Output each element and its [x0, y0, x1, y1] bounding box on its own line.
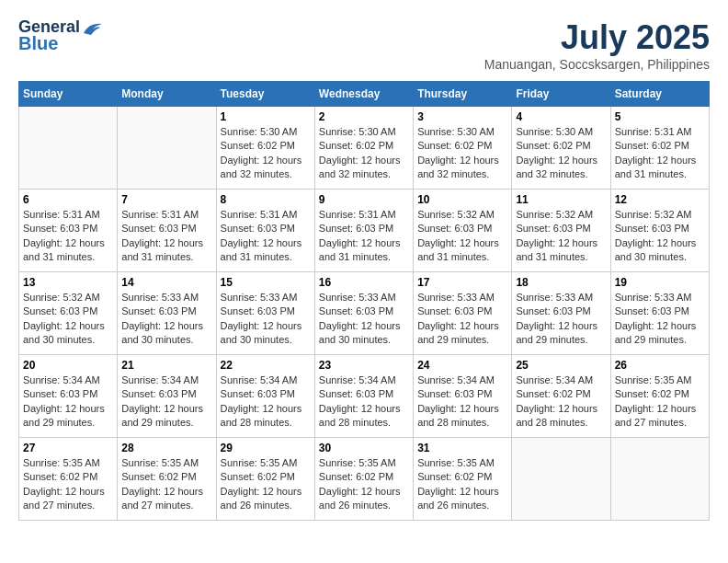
day-number: 21 — [121, 359, 211, 372]
day-number: 12 — [615, 193, 705, 206]
day-number: 20 — [23, 359, 113, 372]
day-info: Sunrise: 5:33 AMSunset: 6:03 PMDaylight:… — [615, 291, 705, 348]
day-info: Sunrise: 5:31 AMSunset: 6:03 PMDaylight:… — [23, 208, 113, 265]
day-number: 14 — [121, 276, 211, 289]
daylight-info: Daylight: 12 hours and 32 minutes. — [516, 154, 606, 182]
calendar-cell: 25Sunrise: 5:34 AMSunset: 6:02 PMDayligh… — [512, 355, 610, 438]
weekday-header: Friday — [512, 82, 610, 107]
calendar-cell: 22Sunrise: 5:34 AMSunset: 6:03 PMDayligh… — [216, 355, 314, 438]
daylight-info: Daylight: 12 hours and 27 minutes. — [23, 485, 113, 513]
day-info: Sunrise: 5:34 AMSunset: 6:03 PMDaylight:… — [319, 373, 409, 431]
day-number: 11 — [516, 193, 606, 206]
logo: General Blue — [18, 18, 102, 53]
week-row: 6Sunrise: 5:31 AMSunset: 6:03 PMDaylight… — [19, 190, 710, 272]
daylight-info: Daylight: 12 hours and 28 minutes. — [516, 402, 606, 431]
sunrise-info: Sunrise: 5:31 AM — [615, 125, 705, 139]
sunrise-info: Sunrise: 5:30 AM — [417, 125, 507, 139]
calendar-table: SundayMondayTuesdayWednesdayThursdayFrid… — [18, 81, 710, 521]
sunset-info: Sunset: 6:02 PM — [319, 470, 409, 484]
sunset-info: Sunset: 6:03 PM — [221, 304, 311, 318]
daylight-info: Daylight: 12 hours and 32 minutes. — [221, 154, 311, 182]
day-info: Sunrise: 5:35 AMSunset: 6:02 PMDaylight:… — [417, 456, 507, 513]
week-row: 1Sunrise: 5:30 AMSunset: 6:02 PMDaylight… — [19, 107, 710, 190]
daylight-info: Daylight: 12 hours and 31 minutes. — [23, 236, 113, 265]
sunset-info: Sunset: 6:03 PM — [23, 304, 113, 318]
calendar-cell: 1Sunrise: 5:30 AMSunset: 6:02 PMDaylight… — [216, 107, 314, 190]
day-info: Sunrise: 5:30 AMSunset: 6:02 PMDaylight:… — [417, 125, 507, 182]
daylight-info: Daylight: 12 hours and 29 minutes. — [417, 319, 507, 348]
weekday-header: Thursday — [414, 82, 512, 107]
sunrise-info: Sunrise: 5:34 AM — [417, 373, 507, 387]
sunset-info: Sunset: 6:03 PM — [319, 387, 409, 401]
calendar-cell: 11Sunrise: 5:32 AMSunset: 6:03 PMDayligh… — [512, 190, 610, 272]
weekday-header: Tuesday — [216, 82, 314, 107]
day-number: 4 — [516, 110, 606, 123]
sunrise-info: Sunrise: 5:32 AM — [615, 208, 705, 222]
day-info: Sunrise: 5:31 AMSunset: 6:03 PMDaylight:… — [121, 208, 211, 265]
daylight-info: Daylight: 12 hours and 32 minutes. — [417, 154, 507, 182]
logo-bird-icon — [82, 20, 102, 35]
day-number: 15 — [221, 276, 311, 289]
calendar-cell: 18Sunrise: 5:33 AMSunset: 6:03 PMDayligh… — [512, 272, 610, 355]
sunset-info: Sunset: 6:03 PM — [121, 387, 211, 401]
calendar-cell: 23Sunrise: 5:34 AMSunset: 6:03 PMDayligh… — [314, 355, 413, 438]
day-info: Sunrise: 5:34 AMSunset: 6:03 PMDaylight:… — [121, 373, 211, 431]
title-section: July 2025 Manuangan, Soccsksargen, Phili… — [484, 18, 710, 72]
sunrise-info: Sunrise: 5:31 AM — [121, 208, 211, 222]
month-year-title: July 2025 — [484, 18, 710, 57]
daylight-info: Daylight: 12 hours and 31 minutes. — [121, 236, 211, 265]
calendar-cell: 20Sunrise: 5:34 AMSunset: 6:03 PMDayligh… — [19, 355, 118, 438]
calendar-cell: 21Sunrise: 5:34 AMSunset: 6:03 PMDayligh… — [118, 355, 216, 438]
weekday-header: Saturday — [610, 82, 709, 107]
weekday-header: Sunday — [19, 82, 118, 107]
calendar-cell — [512, 438, 610, 521]
day-number: 25 — [516, 359, 606, 372]
sunrise-info: Sunrise: 5:33 AM — [221, 291, 311, 304]
calendar-cell: 7Sunrise: 5:31 AMSunset: 6:03 PMDaylight… — [118, 190, 216, 272]
daylight-info: Daylight: 12 hours and 28 minutes. — [417, 402, 507, 431]
daylight-info: Daylight: 12 hours and 32 minutes. — [319, 154, 409, 182]
day-number: 13 — [23, 276, 113, 289]
calendar-cell: 2Sunrise: 5:30 AMSunset: 6:02 PMDaylight… — [314, 107, 413, 190]
daylight-info: Daylight: 12 hours and 31 minutes. — [516, 236, 606, 265]
calendar-cell: 14Sunrise: 5:33 AMSunset: 6:03 PMDayligh… — [118, 272, 216, 355]
calendar-cell: 8Sunrise: 5:31 AMSunset: 6:03 PMDaylight… — [216, 190, 314, 272]
sunrise-info: Sunrise: 5:32 AM — [516, 208, 606, 222]
day-number: 16 — [319, 276, 409, 289]
sunset-info: Sunset: 6:03 PM — [221, 387, 311, 401]
daylight-info: Daylight: 12 hours and 30 minutes. — [319, 319, 409, 348]
daylight-info: Daylight: 12 hours and 26 minutes. — [319, 485, 409, 513]
sunset-info: Sunset: 6:03 PM — [121, 304, 211, 318]
calendar-cell: 26Sunrise: 5:35 AMSunset: 6:02 PMDayligh… — [610, 355, 709, 438]
sunrise-info: Sunrise: 5:30 AM — [221, 125, 311, 139]
sunrise-info: Sunrise: 5:35 AM — [221, 456, 311, 470]
calendar-cell: 6Sunrise: 5:31 AMSunset: 6:03 PMDaylight… — [19, 190, 118, 272]
day-number: 7 — [121, 193, 211, 206]
sunset-info: Sunset: 6:02 PM — [221, 470, 311, 484]
daylight-info: Daylight: 12 hours and 26 minutes. — [417, 485, 507, 513]
calendar-cell: 4Sunrise: 5:30 AMSunset: 6:02 PMDaylight… — [512, 107, 610, 190]
day-number: 5 — [615, 110, 705, 123]
sunrise-info: Sunrise: 5:34 AM — [516, 373, 606, 387]
sunrise-info: Sunrise: 5:35 AM — [417, 456, 507, 470]
sunrise-info: Sunrise: 5:35 AM — [121, 456, 211, 470]
sunset-info: Sunset: 6:03 PM — [221, 222, 311, 236]
weekday-header: Wednesday — [314, 82, 413, 107]
sunset-info: Sunset: 6:02 PM — [221, 139, 311, 153]
day-info: Sunrise: 5:33 AMSunset: 6:03 PMDaylight:… — [121, 291, 211, 348]
sunrise-info: Sunrise: 5:35 AM — [319, 456, 409, 470]
sunset-info: Sunset: 6:02 PM — [319, 139, 409, 153]
sunrise-info: Sunrise: 5:33 AM — [417, 291, 507, 304]
sunrise-info: Sunrise: 5:30 AM — [319, 125, 409, 139]
sunset-info: Sunset: 6:02 PM — [121, 470, 211, 484]
day-info: Sunrise: 5:32 AMSunset: 6:03 PMDaylight:… — [417, 208, 507, 265]
sunrise-info: Sunrise: 5:30 AM — [516, 125, 606, 139]
calendar-cell: 9Sunrise: 5:31 AMSunset: 6:03 PMDaylight… — [314, 190, 413, 272]
day-info: Sunrise: 5:32 AMSunset: 6:03 PMDaylight:… — [516, 208, 606, 265]
sunset-info: Sunset: 6:02 PM — [23, 470, 113, 484]
daylight-info: Daylight: 12 hours and 31 minutes. — [615, 154, 705, 182]
sunset-info: Sunset: 6:02 PM — [615, 139, 705, 153]
sunrise-info: Sunrise: 5:34 AM — [319, 373, 409, 387]
day-info: Sunrise: 5:34 AMSunset: 6:03 PMDaylight:… — [221, 373, 311, 431]
calendar-cell: 24Sunrise: 5:34 AMSunset: 6:03 PMDayligh… — [414, 355, 512, 438]
